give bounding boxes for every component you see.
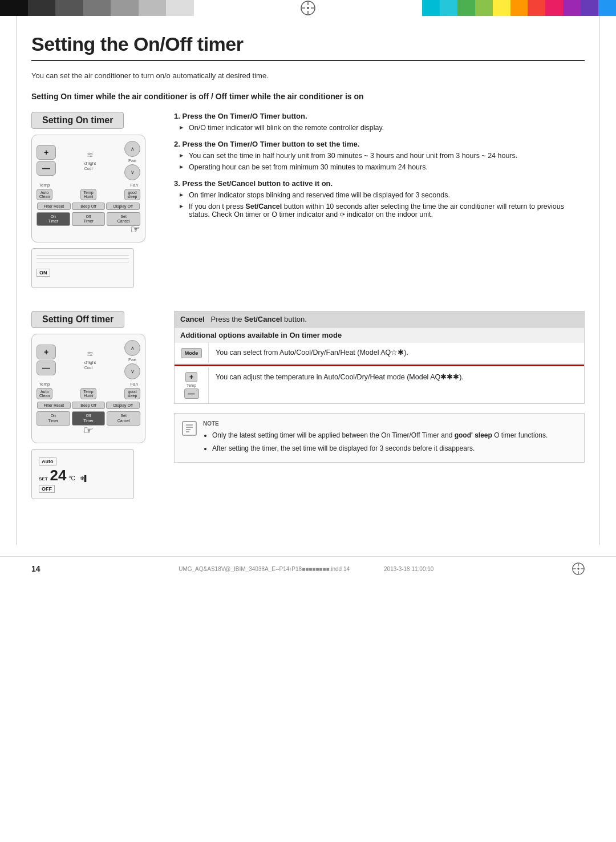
off-timer-instructions: Cancel Press the Set/Cancel button. Addi… (174, 311, 585, 499)
on-timer-display: ON (31, 248, 134, 288)
page-content: Setting the On/Off timer You can set the… (0, 16, 616, 545)
display-temp-value: 24 (50, 468, 67, 483)
display-set-label: SET (39, 476, 48, 481)
note-bullets-list: Only the latest setting timer will be ap… (203, 430, 548, 454)
remote-timer-row: OnTimer OffTimer SetCancel (37, 212, 140, 226)
off-remote-plus-minus-group: + — (37, 345, 56, 375)
footer-file-info: UMG_AQ&AS18V@_IBIM_34038A_E--P14≀P18■■■■… (179, 566, 350, 572)
off-remote-top-buttons: + — ≋ d'lightCool ∧ Fan ∨ (37, 340, 140, 379)
off-filter-reset-btn[interactable]: Filter Reset (37, 402, 71, 409)
off-display-wrap: Auto SET 24 °C ❄︎▌ OFF (37, 453, 129, 495)
red-underline (175, 365, 584, 366)
remote-small-btn-row: Filter Reset Beep Off Display Off (37, 203, 140, 210)
color-block (598, 0, 616, 16)
step-2-title: 2. Press the On Timer/O Timer button to … (174, 140, 585, 148)
remote-plus-btn[interactable]: + (37, 145, 56, 160)
good-sleep-btn[interactable]: goodsleep (124, 189, 140, 200)
display-degree: °C (68, 475, 75, 481)
off-auto-btn[interactable]: AutoClean (37, 388, 52, 399)
page-number: 14 (31, 564, 40, 573)
color-block (493, 0, 510, 16)
off-temp-humi-group: TempHumi (80, 388, 96, 399)
step-1-bullet-1: On/O timer indicator will blink on the r… (180, 124, 585, 132)
filter-reset-btn[interactable]: Filter Reset (37, 203, 71, 210)
off-temp-label: Temp (39, 382, 50, 387)
off-remote-plus-btn[interactable]: + (37, 345, 56, 359)
footer-compass-icon (572, 562, 585, 575)
display-on-label: ON (37, 269, 50, 277)
off-timer-remote: + — ≋ d'lightCool ∧ Fan ∨ Temp Fan (31, 334, 145, 443)
on-timer-btn[interactable]: OnTimer (37, 212, 70, 226)
on-timer-step-3: 3. Press the Set/Cancel button to active… (174, 179, 585, 218)
mode-icon[interactable]: Mode (181, 348, 202, 358)
off-beep-off-btn[interactable]: Beep Off (72, 402, 106, 409)
remote-down-btn[interactable]: ∨ (124, 164, 140, 180)
step-1-pre: 1. Press the On Timer/O Timer button. (174, 112, 307, 120)
svg-point-1 (307, 7, 309, 9)
display-line2 (37, 258, 129, 259)
off-remote-down-btn[interactable]: ∨ (124, 363, 140, 379)
off-display-off-btn[interactable]: Display Off (106, 402, 140, 409)
intro-text: You can set the air conditioner to turn … (31, 71, 585, 80)
beep-off-btn[interactable]: Beep Off (72, 203, 106, 210)
temp-plus-btn[interactable]: + (185, 372, 197, 382)
note-bullet-2: After setting the timer, the set time wi… (212, 443, 548, 454)
off-timer-label: Setting Off timer (31, 311, 124, 328)
temp-row: + Temp — You can adjust the temperature … (175, 367, 584, 403)
color-block (457, 0, 475, 16)
off-temp-humi-btn[interactable]: TempHumi (80, 388, 96, 399)
off-remote-minus-btn[interactable]: — (37, 361, 56, 375)
color-block (139, 0, 167, 16)
remote-up-btn[interactable]: ∧ (124, 141, 140, 157)
temp-text: You can adjust the temperature in Auto/C… (216, 373, 464, 381)
cancel-row-header: Cancel Press the Set/Cancel button. (175, 311, 584, 327)
off-auto-clean-group: AutoClean (37, 388, 52, 399)
color-block (422, 0, 440, 16)
off-remote-fan-arrows: ∧ Fan ∨ (124, 340, 140, 379)
temp-label: Temp (39, 183, 50, 188)
footer-meta-wrap: UMG_AQ&AS18V@_IBIM_34038A_E--P14≀P18■■■■… (179, 566, 433, 572)
note-label: NOTE (203, 419, 548, 428)
off-timer-btn[interactable]: OffTimer (72, 212, 106, 226)
temp-minus-btn[interactable]: — (184, 388, 199, 399)
fan-label: Fan (128, 158, 136, 163)
off-good-sleep-btn[interactable]: goodsleep (124, 388, 140, 399)
on-timer-left: Setting On timer + — ≋ d'lightCool ∧ Fan (31, 112, 157, 289)
off-fan-label2: Fan (130, 382, 138, 387)
temp-humi-btn[interactable]: TempHumi (80, 189, 96, 200)
off-on-timer-btn[interactable]: OnTimer (37, 411, 70, 426)
temp-label: Temp (187, 383, 196, 387)
color-strip-right (422, 0, 616, 16)
off-timer-display: Auto SET 24 °C ❄︎▌ OFF (31, 449, 134, 499)
display-auto-label: Auto (39, 458, 56, 465)
off-remote-up-btn[interactable]: ∧ (124, 340, 140, 356)
header-bar (0, 0, 616, 16)
svg-rect-6 (183, 422, 196, 435)
fan-label2: Fan (130, 183, 138, 188)
remote-minus-btn[interactable]: — (37, 161, 56, 176)
color-block (528, 0, 545, 16)
on-timer-label: Setting On timer (31, 112, 124, 129)
color-block (510, 0, 528, 16)
off-good-sleep-group: goodsleep (124, 388, 140, 399)
on-timer-section: Setting On timer + — ≋ d'lightCool ∧ Fan (31, 112, 585, 289)
auto-clean-group: AutoClean (37, 189, 52, 200)
note-box: NOTE Only the latest setting timer will … (174, 413, 585, 463)
remote-top-buttons: + — ≋ d'lightCool ∧ Fan ∨ (37, 141, 140, 180)
temp-humi-group: TempHumi (80, 189, 96, 200)
display-line3 (37, 262, 129, 262)
display-off-btn[interactable]: Display Off (106, 203, 140, 210)
step-1-bullets: On/O timer indicator will blink on the r… (180, 124, 585, 132)
temp-icon-box: + Temp — (184, 372, 199, 399)
on-timer-instructions: 1. Press the On Timer/O Timer button. On… (174, 112, 585, 289)
off-timer-section: Setting Off timer + — ≋ d'lightCool ∧ Fa… (31, 311, 585, 499)
mode-text: You can select from Auto/Cool/Dry/Fan/He… (216, 349, 408, 357)
step-3-title: 3. Press the Set/Cancel button to active… (174, 179, 585, 188)
color-block (545, 0, 563, 16)
display-temp-row: SET 24 °C ❄︎▌ (39, 468, 127, 483)
display-humidity-icon: ❄︎▌ (80, 475, 88, 481)
auto-btn[interactable]: AutoClean (37, 189, 52, 200)
off-set-cancel-btn[interactable]: SetCancel (107, 411, 140, 426)
step-3-text: 3. Press the Set/Cancel button to active… (174, 179, 333, 188)
mode-row: Mode You can select from Auto/Cool/Dry/F… (175, 343, 584, 363)
